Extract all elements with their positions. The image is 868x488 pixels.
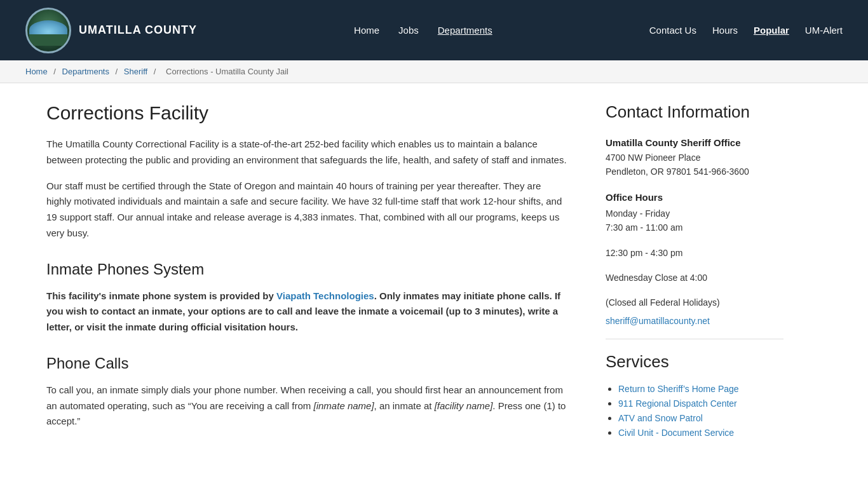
hours-line2: 7:30 am - 11:00 am bbox=[606, 220, 783, 234]
nav-departments[interactable]: Departments bbox=[438, 25, 492, 36]
right-nav: Contact Us Hours Popular UM-Alert bbox=[649, 25, 843, 36]
breadcrumb-sheriff[interactable]: Sheriff bbox=[124, 67, 147, 76]
section3-title: Phone Calls bbox=[46, 355, 567, 372]
viapath-link[interactable]: Viapath Technologies bbox=[276, 290, 374, 301]
nav-popular[interactable]: Popular bbox=[754, 25, 789, 36]
hours-line1: Monday - Friday bbox=[606, 207, 783, 220]
logo-area: UMATILLA COUNTY bbox=[25, 8, 197, 53]
breadcrumb: Home / Departments / Sheriff / Correctio… bbox=[0, 60, 868, 83]
list-item: Civil Unit - Document Service bbox=[618, 427, 783, 438]
sidebar: Contact Information Umatilla County Sher… bbox=[606, 102, 783, 442]
section2-title: Inmate Phones System bbox=[46, 261, 567, 278]
breadcrumb-departments[interactable]: Departments bbox=[62, 67, 109, 76]
nav-um-alert[interactable]: UM-Alert bbox=[805, 25, 843, 36]
address-line2: Pendleton, OR 97801 541-966-3600 bbox=[606, 165, 783, 179]
nav-hours[interactable]: Hours bbox=[712, 25, 738, 36]
services-list: Return to Sheriff’s Home Page 911 Region… bbox=[606, 383, 783, 438]
email-link[interactable]: sheriff@umatillacounty.net bbox=[606, 316, 710, 326]
service-link-3[interactable]: Civil Unit - Document Service bbox=[618, 428, 734, 438]
org-name: Umatilla County Sheriff Office bbox=[606, 137, 783, 148]
list-item: ATV and Snow Patrol bbox=[618, 412, 783, 423]
page-layout: Corrections Facility The Umatilla County… bbox=[21, 83, 847, 461]
intro-para-2: Our staff must be certified through the … bbox=[46, 179, 567, 241]
breadcrumb-sep3: / bbox=[154, 67, 156, 76]
list-item: Return to Sheriff’s Home Page bbox=[618, 383, 783, 394]
hours-line3: 12:30 pm - 4:30 pm bbox=[606, 246, 783, 260]
logo-text: UMATILLA COUNTY bbox=[79, 24, 197, 37]
logo-image bbox=[25, 8, 71, 53]
main-content: Corrections Facility The Umatilla County… bbox=[46, 102, 567, 442]
page-title: Corrections Facility bbox=[46, 102, 567, 124]
service-link-0[interactable]: Return to Sheriff’s Home Page bbox=[618, 384, 739, 394]
site-header: UMATILLA COUNTY Home Jobs Departments Co… bbox=[0, 0, 868, 60]
breadcrumb-home[interactable]: Home bbox=[25, 67, 48, 76]
nav-home[interactable]: Home bbox=[354, 25, 379, 36]
list-item: 911 Regional Dispatch Center bbox=[618, 398, 783, 409]
services-title: Services bbox=[606, 352, 783, 376]
intro-para-1: The Umatilla County Correctional Facilit… bbox=[46, 137, 567, 168]
service-link-2[interactable]: ATV and Snow Patrol bbox=[618, 413, 703, 423]
address-line1: 4700 NW Pioneer Place bbox=[606, 151, 783, 165]
contact-info-title: Contact Information bbox=[606, 102, 783, 126]
breadcrumb-current: Corrections - Umatilla County Jail bbox=[166, 67, 288, 76]
hours-line5: (Closed all Federal Holidays) bbox=[606, 295, 783, 309]
office-hours-label: Office Hours bbox=[606, 192, 783, 203]
contact-block: Umatilla County Sheriff Office 4700 NW P… bbox=[606, 137, 783, 179]
service-link-1[interactable]: 911 Regional Dispatch Center bbox=[618, 398, 737, 409]
nav-contact-us[interactable]: Contact Us bbox=[649, 25, 696, 36]
hours-block: Office Hours Monday - Friday 7:30 am - 1… bbox=[606, 192, 783, 310]
phones-para-prefix: This facility's inmate phone system is p… bbox=[46, 290, 276, 301]
breadcrumb-sep2: / bbox=[116, 67, 118, 76]
hours-line4: Wednesday Close at 4:00 bbox=[606, 271, 783, 285]
phone-calls-para: To call you, an inmate simply dials your… bbox=[46, 383, 567, 430]
phones-para: This facility's inmate phone system is p… bbox=[46, 288, 567, 336]
breadcrumb-sep1: / bbox=[53, 67, 56, 76]
services-section: Services Return to Sheriff’s Home Page 9… bbox=[606, 352, 783, 438]
main-nav: Home Jobs Departments bbox=[354, 25, 492, 36]
nav-jobs[interactable]: Jobs bbox=[398, 25, 419, 36]
sidebar-divider bbox=[606, 339, 783, 339]
